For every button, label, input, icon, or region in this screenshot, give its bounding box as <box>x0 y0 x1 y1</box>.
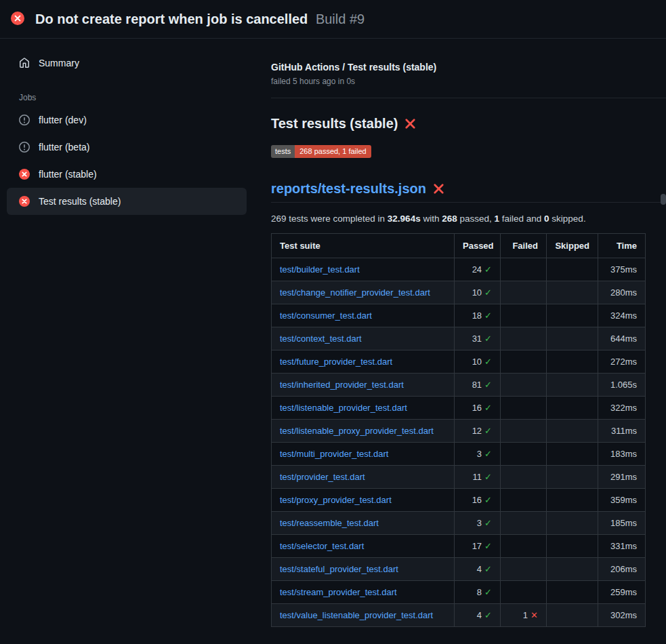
passed-count: 24 <box>472 264 482 275</box>
passed-cell: 4✓ <box>455 558 501 581</box>
time-cell: 322ms <box>598 397 646 420</box>
check-icon: ✓ <box>484 310 492 321</box>
failed-cell <box>501 327 547 350</box>
passed-count: 16 <box>472 403 482 413</box>
table-row: test/selector_test.dart17✓331ms <box>272 535 646 558</box>
sidebar-item-label: Summary <box>39 58 79 68</box>
test-suite-link[interactable]: test/context_test.dart <box>280 334 362 344</box>
time-cell: 644ms <box>598 327 646 350</box>
skipped-cell <box>547 327 598 350</box>
test-suite-cell: test/stream_provider_test.dart <box>272 581 455 604</box>
test-suite-link[interactable]: test/proxy_provider_test.dart <box>280 495 392 505</box>
passed-count: 16 <box>472 495 482 505</box>
page-title: Do not create report when job is cancell… <box>35 12 365 27</box>
failed-cell <box>501 466 547 489</box>
test-suite-link[interactable]: test/multi_provider_test.dart <box>280 449 388 459</box>
test-suite-cell: test/listenable_proxy_provider_test.dart <box>272 420 455 443</box>
summary-text: passed, <box>457 214 495 224</box>
passed-count: 10 <box>472 287 482 298</box>
test-suite-link[interactable]: test/builder_test.dart <box>280 264 360 275</box>
check-icon: ✓ <box>484 587 492 597</box>
report-link[interactable]: reports/test-results.json <box>271 181 426 197</box>
summary-text: 269 tests were completed in <box>271 214 388 224</box>
skipped-cell <box>547 535 598 558</box>
test-suite-cell: test/listenable_provider_test.dart <box>272 397 455 420</box>
check-icon: ✓ <box>484 334 492 344</box>
failed-cell <box>501 281 547 304</box>
test-suite-cell: test/value_listenable_provider_test.dart <box>272 604 455 627</box>
passed-cell: 8✓ <box>455 581 501 604</box>
failed-x-icon <box>404 118 416 129</box>
check-icon: ✓ <box>484 564 492 574</box>
passed-count: 31 <box>472 334 482 344</box>
test-suite-cell: test/proxy_provider_test.dart <box>272 489 455 512</box>
test-suite-cell: test/selector_test.dart <box>272 535 455 558</box>
scrollbar-thumb[interactable] <box>661 194 666 205</box>
sidebar-item-flutter-stable[interactable]: flutter (stable) <box>7 161 247 188</box>
skipped-cell <box>547 466 598 489</box>
table-row: test/builder_test.dart24✓375ms <box>272 258 646 281</box>
sidebar-item-summary[interactable]: Summary <box>7 49 247 77</box>
skipped-cell <box>547 374 598 397</box>
time-value: 272ms <box>610 357 637 367</box>
section-title: Test results (stable) <box>271 116 666 132</box>
report-title: reports/test-results.json <box>271 181 666 203</box>
time-cell: 324ms <box>598 304 646 327</box>
test-suite-cell: test/future_provider_test.dart <box>272 350 455 374</box>
test-suite-link[interactable]: test/provider_test.dart <box>280 472 365 482</box>
table-row: test/stream_provider_test.dart8✓259ms <box>272 581 646 604</box>
table-row: test/inherited_provider_test.dart81✓1.06… <box>272 374 646 397</box>
test-suite-cell: test/context_test.dart <box>272 327 455 350</box>
time-value: 302ms <box>610 610 637 620</box>
sidebar-item-flutter-beta[interactable]: flutter (beta) <box>7 134 247 161</box>
section-title-text: Test results (stable) <box>271 116 398 132</box>
tests-badge: tests 268 passed, 1 failed <box>271 145 371 158</box>
test-suite-link[interactable]: test/consumer_test.dart <box>280 310 372 321</box>
skipped-cell <box>547 258 598 281</box>
test-suite-link[interactable]: test/listenable_proxy_provider_test.dart <box>280 426 434 436</box>
passed-cell: 3✓ <box>455 443 501 466</box>
column-header-time: Time <box>598 234 646 258</box>
passed-count: 3 <box>477 449 482 459</box>
test-suite-link[interactable]: test/selector_test.dart <box>280 541 364 551</box>
test-suite-link[interactable]: test/reassemble_test.dart <box>280 518 379 528</box>
time-cell: 272ms <box>598 350 646 374</box>
time-cell: 359ms <box>598 489 646 512</box>
check-icon: ✓ <box>484 357 492 367</box>
failed-cell <box>501 512 547 535</box>
summary-text: with <box>421 214 442 224</box>
x-circle-icon <box>19 196 30 207</box>
time-cell: 206ms <box>598 558 646 581</box>
test-suite-cell: test/provider_test.dart <box>272 466 455 489</box>
test-suite-link[interactable]: test/stream_provider_test.dart <box>280 587 397 597</box>
test-suite-cell: test/change_notifier_provider_test.dart <box>272 281 455 304</box>
summary-number: 0 <box>544 214 549 224</box>
failed-cell <box>501 397 547 420</box>
test-suite-link[interactable]: test/value_listenable_provider_test.dart <box>280 610 433 620</box>
sidebar-item-flutter-dev[interactable]: flutter (dev) <box>7 106 247 134</box>
time-value: 359ms <box>610 495 637 505</box>
test-suite-link[interactable]: test/future_provider_test.dart <box>280 357 392 367</box>
test-suite-link[interactable]: test/stateful_provider_test.dart <box>280 564 398 574</box>
alert-circle-icon <box>19 142 30 153</box>
column-header-test-suite: Test suite <box>272 234 455 258</box>
passed-cell: 16✓ <box>455 489 501 512</box>
column-header-failed: Failed <box>501 234 547 258</box>
test-suite-link[interactable]: test/change_notifier_provider_test.dart <box>280 287 430 298</box>
test-suite-cell: test/stateful_provider_test.dart <box>272 558 455 581</box>
table-row: test/listenable_provider_test.dart16✓322… <box>272 397 646 420</box>
summary-number: 32.964s <box>388 214 421 224</box>
table-row: test/multi_provider_test.dart3✓183ms <box>272 443 646 466</box>
passed-count: 11 <box>473 472 482 482</box>
sidebar-item-test-results-stable[interactable]: Test results (stable) <box>7 188 247 215</box>
test-suite-link[interactable]: test/listenable_provider_test.dart <box>280 403 407 413</box>
time-cell: 259ms <box>598 581 646 604</box>
run-header: Do not create report when job is cancell… <box>0 0 666 39</box>
run-meta: failed 5 hours ago in 0s <box>271 77 666 86</box>
summary-number: 1 <box>495 214 500 224</box>
time-cell: 183ms <box>598 443 646 466</box>
test-suite-link[interactable]: test/inherited_provider_test.dart <box>280 380 404 390</box>
skipped-cell <box>547 581 598 604</box>
time-value: 311ms <box>611 426 637 436</box>
passed-count: 18 <box>472 310 482 321</box>
